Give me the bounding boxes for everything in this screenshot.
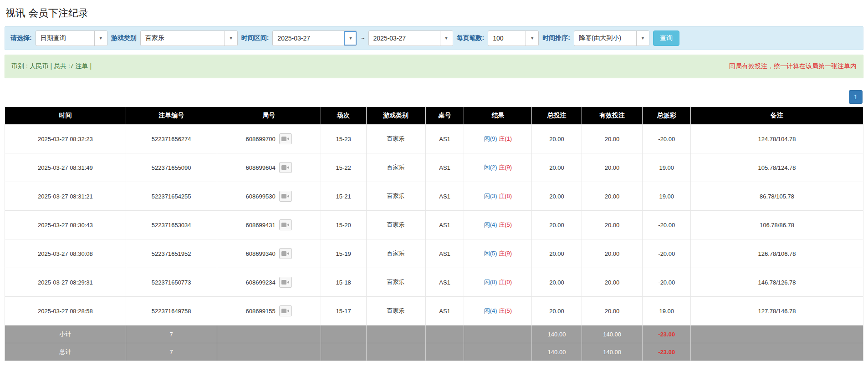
cell-remark: 126.78/106.78 (691, 239, 863, 268)
subtotal-label: 小计 (5, 325, 126, 343)
table-row: 2025-03-27 08:32:23 522371656274 6086997… (5, 125, 863, 153)
query-type-select[interactable]: 日期查询 ▼ (36, 30, 107, 46)
cell-total-bet[interactable]: 20.00 (532, 182, 582, 211)
cell-game: 百家乐 (366, 125, 425, 153)
video-camera-icon (281, 136, 290, 142)
page-1-button[interactable]: 1 (849, 90, 863, 104)
cell-valid-bet: 20.00 (582, 268, 643, 297)
cell-empty (366, 325, 425, 343)
header-bet-id: 注单编号 (126, 107, 217, 125)
cell-game: 百家乐 (366, 211, 425, 239)
cell-remark: 124.78/104.78 (691, 125, 863, 153)
per-page-value: 100 (488, 31, 526, 46)
round-number: 608699155 (246, 308, 276, 315)
cell-total-bet[interactable]: 20.00 (532, 239, 582, 268)
cell-payout: -20.00 (643, 211, 691, 239)
range-separator: ~ (361, 35, 364, 42)
table-row: 2025-03-27 08:29:31 522371650773 6086992… (5, 268, 863, 297)
table-header-row: 时间 注单编号 局号 场次 游戏类别 桌号 结果 总投注 有效投注 总派彩 备注 (5, 107, 863, 125)
cell-game: 百家乐 (366, 268, 425, 297)
round-number: 608699431 (246, 222, 276, 229)
video-replay-button[interactable] (279, 248, 292, 259)
bet-records-table: 时间 注单编号 局号 场次 游戏类别 桌号 结果 总投注 有效投注 总派彩 备注… (5, 107, 863, 361)
cell-valid-bet: 20.00 (582, 182, 643, 211)
round-number: 608699340 (246, 250, 276, 257)
game-type-select[interactable]: 百家乐 ▼ (140, 30, 238, 46)
cell-round: 608699340 (217, 239, 321, 268)
header-round: 局号 (217, 107, 321, 125)
video-camera-icon (281, 165, 290, 170)
search-button[interactable]: 查询 (653, 30, 679, 46)
table-row: 2025-03-27 08:30:43 522371653034 6086994… (5, 211, 863, 239)
page-title: 视讯 会员下注纪录 (5, 4, 863, 22)
cell-empty (425, 325, 464, 343)
result-banker: 庄(0) (499, 279, 512, 285)
round-number: 608699700 (246, 136, 276, 142)
cell-empty (217, 343, 321, 361)
filter-bar: 请选择: 日期查询 ▼ 游戏类别 百家乐 ▼ 时间区间: 2025-03-27 … (5, 26, 863, 50)
video-replay-button[interactable] (279, 133, 292, 144)
cell-time: 2025-03-27 08:31:21 (5, 182, 126, 211)
cell-empty (464, 343, 532, 361)
table-row: 2025-03-27 08:30:08 522371651952 6086993… (5, 239, 863, 268)
per-page-select[interactable]: 100 ▼ (488, 30, 539, 46)
time-sort-select[interactable]: 降幂(由大到小) ▼ (574, 30, 649, 46)
header-time: 时间 (5, 107, 126, 125)
header-valid-bet: 有效投注 (582, 107, 643, 125)
cell-total-bet[interactable]: 20.00 (532, 211, 582, 239)
date-from-value: 2025-03-27 (273, 31, 344, 46)
cell-result: 闲(4) 庄(5) (464, 211, 532, 239)
cell-session: 15-20 (321, 211, 366, 239)
cell-valid-bet: 20.00 (582, 125, 643, 153)
query-type-label: 请选择: (10, 34, 32, 42)
cell-round: 608699700 (217, 125, 321, 153)
header-remark: 备注 (691, 107, 863, 125)
grand-total-row: 总计 7 140.00 140.00 -23.00 (5, 343, 863, 361)
cell-round: 608699604 (217, 153, 321, 182)
cell-game: 百家乐 (366, 297, 425, 325)
result-player: 闲(2) (484, 164, 497, 171)
date-to-select[interactable]: 2025-03-27 ▼ (368, 30, 453, 46)
game-type-label: 游戏类别 (111, 34, 137, 42)
chevron-down-icon[interactable]: ▼ (636, 31, 649, 46)
cell-game: 百家乐 (366, 182, 425, 211)
chevron-down-icon[interactable]: ▼ (94, 31, 107, 46)
cell-session: 15-22 (321, 153, 366, 182)
cell-valid-bet: 20.00 (582, 297, 643, 325)
video-replay-button[interactable] (279, 219, 292, 230)
pagination-top: 1 (5, 90, 863, 104)
cell-total-bet[interactable]: 20.00 (532, 297, 582, 325)
result-player: 闲(4) (484, 307, 497, 314)
chevron-down-icon[interactable]: ▼ (344, 31, 357, 46)
header-game: 游戏类别 (366, 107, 425, 125)
cell-empty (691, 343, 863, 361)
cell-total-bet[interactable]: 20.00 (532, 153, 582, 182)
cell-payout: -20.00 (643, 239, 691, 268)
subtotal-payout: -23.00 (643, 325, 691, 343)
video-camera-icon (281, 222, 290, 228)
cell-empty (321, 325, 366, 343)
page: 视讯 会员下注纪录 请选择: 日期查询 ▼ 游戏类别 百家乐 ▼ 时间区间: 2… (0, 0, 868, 371)
chevron-down-icon[interactable]: ▼ (440, 31, 453, 46)
cell-bet-id: 522371655090 (126, 153, 217, 182)
cell-result: 闲(9) 庄(1) (464, 125, 532, 153)
cell-total-bet[interactable]: 20.00 (532, 268, 582, 297)
header-result: 结果 (464, 107, 532, 125)
video-camera-icon (281, 193, 290, 199)
game-type-value: 百家乐 (141, 31, 225, 46)
chevron-down-icon[interactable]: ▼ (225, 31, 237, 46)
video-replay-button[interactable] (279, 277, 292, 288)
cell-total-bet[interactable]: 20.00 (532, 125, 582, 153)
grand-total-count: 7 (126, 343, 217, 361)
cell-payout: 19.00 (643, 153, 691, 182)
result-banker: 庄(9) (499, 250, 512, 257)
date-from-select[interactable]: 2025-03-27 ▼ (272, 30, 357, 46)
chevron-down-icon[interactable]: ▼ (526, 31, 538, 46)
cell-game: 百家乐 (366, 239, 425, 268)
cell-round: 608699155 (217, 297, 321, 325)
video-replay-button[interactable] (279, 191, 292, 202)
video-replay-button[interactable] (279, 162, 292, 173)
cell-remark: 127.78/146.78 (691, 297, 863, 325)
cell-result: 闲(5) 庄(9) (464, 239, 532, 268)
video-replay-button[interactable] (279, 305, 292, 316)
